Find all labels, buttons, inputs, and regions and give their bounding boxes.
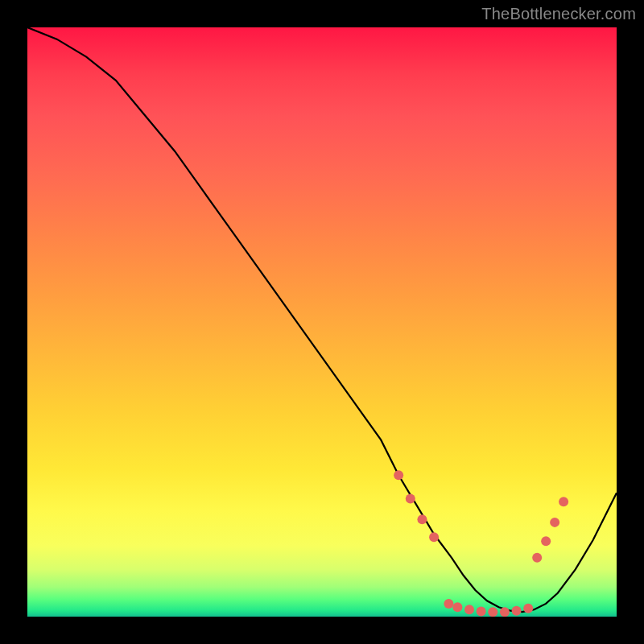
plot-area xyxy=(27,27,617,617)
marker-dot xyxy=(541,536,551,546)
marker-dot xyxy=(444,599,453,609)
marker-dot xyxy=(477,606,486,616)
marker-dot xyxy=(452,602,462,612)
marker-dot xyxy=(406,494,415,504)
marker-dot xyxy=(394,470,403,480)
marker-dot xyxy=(523,604,533,613)
marker-dot xyxy=(532,553,542,563)
bottleneck-curve xyxy=(27,27,617,612)
marker-dot xyxy=(550,518,559,527)
marker-dot xyxy=(559,497,568,506)
marker-dot xyxy=(464,605,474,614)
marker-dot xyxy=(488,607,497,617)
marker-dot xyxy=(417,514,427,524)
chart-svg xyxy=(27,27,617,617)
watermark: TheBottlenecker.com xyxy=(481,5,636,23)
marker-dot xyxy=(500,607,510,617)
chart-container: TheBottlenecker.com xyxy=(0,0,644,644)
marker-dot xyxy=(429,532,439,542)
marker-dot xyxy=(512,606,522,616)
